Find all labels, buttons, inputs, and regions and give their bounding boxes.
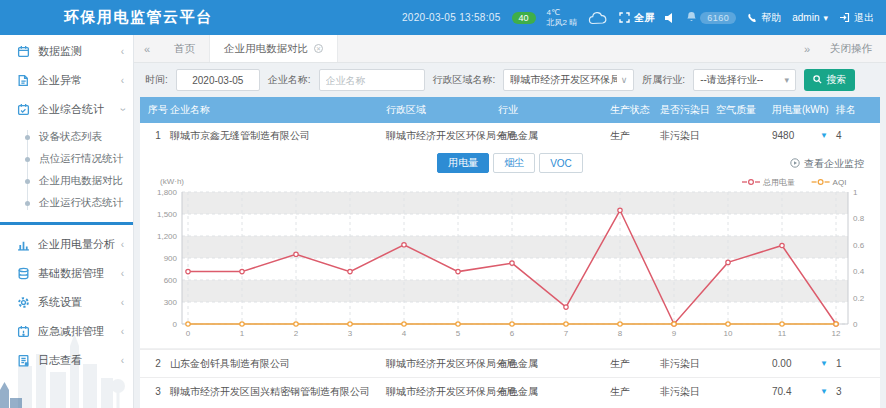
svg-text:0.8: 0.8 (853, 214, 865, 223)
gear-icon (17, 296, 30, 309)
region-select[interactable]: 聊城市经济开发区环保局分局 ∨ (503, 69, 634, 91)
chevron-left-icon: ‹ (121, 268, 124, 279)
chart-tabs: 用电量烟尘VOC (140, 148, 880, 176)
cell-index: 1 (146, 130, 170, 141)
sidebar-item[interactable]: 基础数据管理‹ (0, 259, 133, 288)
close-operations-button[interactable]: 关闭操作 (820, 42, 886, 56)
cell-industry: 有色金属 (498, 129, 610, 143)
sidebar-active-divider (0, 222, 133, 225)
svg-text:3: 3 (348, 329, 353, 338)
log-icon (17, 354, 30, 367)
sidebar-item[interactable]: 日志查看‹ (0, 346, 133, 375)
svg-text:0.2: 0.2 (853, 294, 865, 303)
svg-text:(kW·h): (kW·h) (160, 177, 184, 186)
notifications-button[interactable]: 6160 (686, 11, 736, 24)
chart-tab[interactable]: 烟尘 (493, 153, 535, 173)
tab-close-icon[interactable]: ✕ (314, 44, 323, 53)
svg-text:0: 0 (853, 320, 858, 329)
column-header: 企业名称 (170, 103, 386, 117)
table-rows-top: 1聊城市京鑫无缝管制造有限公司聊城市经济开发区环保局分局有色金属生产非污染日94… (140, 123, 880, 148)
cell-index: 3 (146, 386, 170, 397)
tab-active[interactable]: 企业用电数据对比 ✕ (209, 35, 338, 62)
cell-status: 生产 (610, 129, 660, 143)
column-header: 用电量(kWh) (772, 103, 836, 117)
cell-company-name: 山东金创钎具制造有限公司 (170, 357, 386, 371)
column-header: 空气质量 (716, 103, 772, 117)
fullscreen-button[interactable]: 全屏 (619, 11, 654, 25)
table-row[interactable]: 1聊城市京鑫无缝管制造有限公司聊城市经济开发区环保局分局有色金属生产非污染日94… (140, 123, 880, 148)
tabs-scroll-right-button[interactable]: » (794, 43, 820, 55)
search-button[interactable]: 搜索 (804, 69, 855, 91)
bell-icon (686, 11, 697, 24)
user-menu[interactable]: admin ▾ (792, 12, 828, 23)
cell-company-name: 聊城市京鑫无缝管制造有限公司 (170, 129, 386, 143)
sidebar-item[interactable]: 企业综合统计‹ (0, 95, 133, 124)
column-header: 行政区域 (386, 103, 498, 117)
svg-text:1,500: 1,500 (157, 210, 178, 219)
tab-home[interactable]: 首页 (160, 35, 209, 62)
weather-wind: 北风2 晴 (547, 18, 578, 28)
play-circle-icon (790, 158, 800, 170)
industry-select[interactable]: --请选择行业-- ▾ (693, 69, 796, 91)
table-header-row: 序号企业名称行政区域行业生产状态是否污染日空气质量用电量(kWh)排名 (140, 97, 880, 123)
svg-text:0: 0 (173, 320, 178, 329)
help-button[interactable]: 帮助 (747, 11, 781, 25)
cell-power: 9480▼ (772, 130, 836, 141)
aqi-badge: 40 (512, 12, 536, 24)
date-input[interactable]: 2020-03-05 (176, 69, 260, 91)
cell-rank: 1 (836, 358, 874, 369)
volume-icon (665, 13, 675, 23)
sidebar-subitem[interactable]: 点位运行情况统计 (0, 148, 133, 170)
sidebar-subitem[interactable]: 企业用电数据对比 (0, 170, 133, 192)
cell-status: 生产 (610, 357, 660, 371)
sidebar-item[interactable]: 应急减排管理‹ (0, 317, 133, 346)
time-label: 时间: (145, 73, 168, 87)
chart-tab[interactable]: VOC (539, 153, 583, 173)
column-header: 生产状态 (610, 103, 660, 117)
svg-text:0: 0 (186, 329, 191, 338)
chart-tab[interactable]: 用电量 (437, 153, 489, 173)
cell-company-name: 聊城市经济开发区国兴精密钢管制造有限公司 (170, 385, 386, 399)
table-row[interactable]: 2山东金创钎具制造有限公司聊城市经济开发区环保局分局有色金属生产非污染日0.00… (140, 349, 880, 377)
table-rows-bottom: 2山东金创钎具制造有限公司聊城市经济开发区环保局分局有色金属生产非污染日0.00… (140, 349, 880, 405)
logout-button[interactable]: 退出 (839, 11, 874, 25)
sidebar-subitem[interactable]: 设备状态列表 (0, 126, 133, 148)
logout-icon (839, 12, 850, 23)
svg-text:2: 2 (294, 329, 299, 338)
cell-status: 生产 (610, 385, 660, 399)
sidebar-item[interactable]: 系统设置‹ (0, 288, 133, 317)
trend-down-icon: ▼ (820, 131, 828, 140)
svg-text:1: 1 (853, 188, 858, 197)
trend-down-icon: ▼ (820, 359, 828, 368)
header-toolbar: 2020-03-05 13:58:05 40 4℃ 北风2 晴 全屏 (402, 8, 886, 28)
sidebar-item[interactable]: 企业异常‹ (0, 66, 133, 95)
top-header: 环保用电监管云平台 2020-03-05 13:58:05 40 4℃ 北风2 … (0, 0, 886, 35)
chevron-down-icon: ‹ (117, 108, 128, 111)
cell-region: 聊城市经济开发区环保局分局 (386, 385, 498, 399)
cell-power: 70.4▼ (772, 386, 836, 397)
line-chart: 03006009001,2001,5001,80000.20.40.60.810… (144, 176, 876, 348)
chevron-left-icon: ‹ (121, 239, 124, 250)
chevron-down-icon: ∨ (621, 75, 628, 85)
trend-down-icon: ▼ (820, 387, 828, 396)
weather-temp: 4℃ (547, 8, 578, 18)
cloud-icon (588, 11, 608, 25)
volume-button[interactable] (665, 13, 675, 23)
sidebar-item[interactable]: 企业用电量分析‹ (0, 230, 133, 259)
tabs-scroll-left-button[interactable]: « (134, 35, 160, 62)
filter-bar: 时间: 2020-03-05 企业名称: 行政区域名称: 聊城市经济开发区环保局… (134, 63, 886, 97)
chevron-left-icon: ‹ (121, 326, 124, 337)
svg-text:总用电量: 总用电量 (762, 178, 795, 187)
company-name-input[interactable] (319, 69, 425, 91)
column-header: 序号 (146, 103, 170, 117)
sidebar-subitem[interactable]: 企业运行状态统计 (0, 192, 133, 214)
svg-text:1: 1 (240, 329, 245, 338)
cell-region: 聊城市经济开发区环保局分局 (386, 357, 498, 371)
table-row[interactable]: 3聊城市经济开发区国兴精密钢管制造有限公司聊城市经济开发区环保局分局有色金属生产… (140, 377, 880, 405)
bar-chart-icon (17, 238, 30, 251)
chevron-left-icon: ‹ (121, 297, 124, 308)
sidebar-item[interactable]: 数据监测‹ (0, 37, 133, 66)
chart-section: 用电量烟尘VOC 查看企业监控 03006009001,2001,5001,80… (140, 148, 880, 349)
column-header: 是否污染日 (660, 103, 716, 117)
view-monitor-link[interactable]: 查看企业监控 (790, 157, 864, 171)
